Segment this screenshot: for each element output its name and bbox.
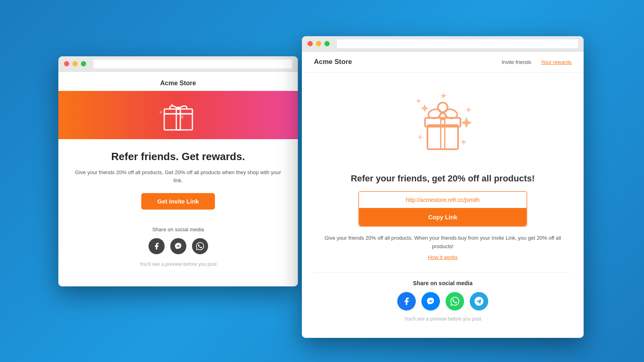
email-store-name: Acme Store [58, 72, 298, 91]
referral-container: http://acmestore.refr.cc/jsmith Copy Lin… [358, 191, 527, 227]
email-preview-window: Acme Store [58, 56, 298, 286]
social-icons-email [70, 238, 286, 254]
telegram-icon-store[interactable] [470, 292, 488, 311]
store-description: Give your friends 20% off all products. … [314, 234, 572, 251]
close-button[interactable] [64, 61, 69, 66]
minimize-button[interactable] [72, 61, 78, 66]
preview-note-email: You'll see a preview before you post [70, 261, 286, 275]
store-content: Acme Store Invite friends Your rewards [302, 51, 584, 338]
gift-svg [402, 85, 483, 165]
whatsapp-icon-email[interactable] [192, 238, 208, 254]
copy-link-button[interactable]: Copy Link [359, 208, 526, 226]
store-main-content: Refer your friends, get 20% off all prod… [302, 73, 584, 338]
social-icons-store [314, 292, 572, 311]
messenger-icon-email[interactable] [170, 238, 186, 254]
referral-url[interactable]: http://acmestore.refr.cc/jsmith [359, 192, 526, 208]
store-headline: Refer your friends, get 20% off all prod… [314, 173, 572, 184]
email-body-section: Refer friends. Get rewards. Give your fr… [58, 139, 298, 286]
share-label-store: Share on social media [314, 280, 572, 286]
maximize-button-front[interactable] [324, 41, 330, 46]
svg-point-16 [438, 103, 448, 112]
store-navbar: Acme Store Invite friends Your rewards [302, 51, 584, 73]
facebook-icon-store[interactable] [397, 292, 416, 311]
titlebar-front [302, 36, 584, 51]
gift-icon-email [162, 97, 194, 133]
svg-rect-9 [427, 125, 458, 149]
store-window: Acme Store Invite friends Your rewards [302, 36, 584, 338]
minimize-button-front[interactable] [316, 41, 321, 46]
store-logo: Acme Store [314, 58, 352, 66]
share-section-store: Share on social media You'll see a [314, 280, 572, 330]
maximize-button[interactable] [81, 61, 86, 66]
email-hero-banner [58, 91, 298, 139]
svg-rect-7 [176, 109, 180, 130]
email-content: Acme Store [58, 72, 298, 286]
url-bar-back[interactable] [93, 60, 292, 68]
url-bar-front[interactable] [337, 39, 578, 48]
share-label-email: Share on social media [70, 226, 286, 232]
nav-invite-friends[interactable]: Invite friends [502, 59, 531, 65]
messenger-icon-store[interactable] [421, 292, 440, 311]
preview-note-store: You'll see a preview before you post [314, 316, 572, 322]
share-section-email: Share on social media You'll see a previ… [70, 220, 286, 278]
email-headline: Refer friends. Get rewards. [70, 150, 286, 163]
titlebar-back [58, 56, 298, 72]
close-button-front[interactable] [308, 41, 313, 46]
whatsapp-icon-store[interactable] [446, 292, 464, 311]
facebook-icon-email[interactable] [149, 238, 165, 254]
nav-links: Invite friends Your rewards [502, 59, 572, 65]
nav-your-rewards[interactable]: Your rewards [541, 59, 572, 65]
get-invite-link-button[interactable]: Get Invite Link [141, 193, 215, 210]
svg-point-8 [177, 107, 180, 110]
email-description: Give your friends 20% off all products. … [70, 169, 286, 184]
svg-rect-6 [164, 114, 192, 130]
svg-rect-11 [441, 125, 445, 149]
section-divider [314, 272, 572, 273]
gift-illustration-area [402, 85, 483, 165]
how-it-works-link[interactable]: How it works [428, 254, 458, 260]
